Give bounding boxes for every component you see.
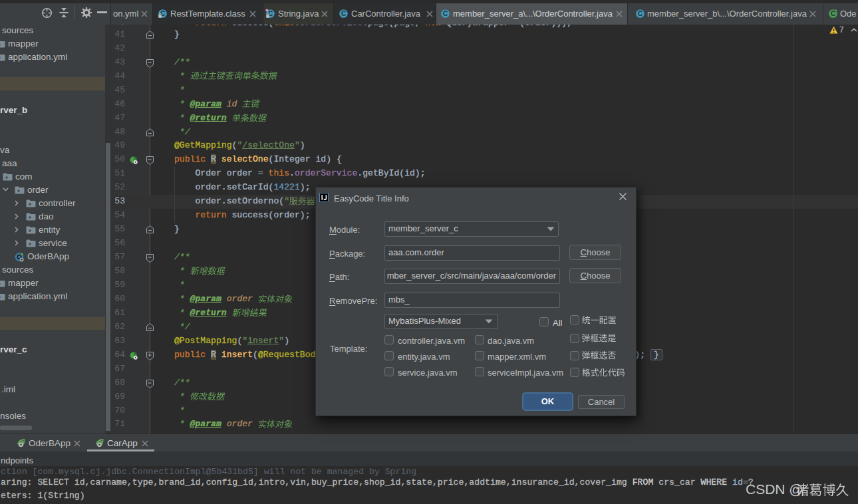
svg-text:C: C xyxy=(341,10,346,17)
svg-text:C: C xyxy=(638,10,643,17)
svg-text:C: C xyxy=(443,10,448,17)
